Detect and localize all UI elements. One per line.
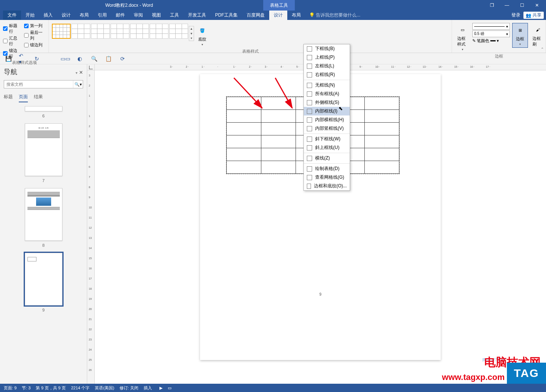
close-nav-icon[interactable]: ✕ [79, 70, 83, 75]
tab-home[interactable]: 开始 [21, 11, 39, 20]
close-button[interactable]: ✕ [530, 0, 544, 11]
border-menu-item[interactable]: 查看网格线(G) [304, 173, 350, 182]
tab-layout[interactable]: 布局 [75, 11, 93, 20]
search-icon[interactable]: 🔍▾ [73, 81, 83, 88]
document-title: Word教程2.docx - Word [105, 2, 153, 9]
opt-last-col[interactable]: 最后一列 [24, 30, 46, 41]
border-type-icon [307, 64, 312, 69]
border-type-icon [307, 109, 312, 114]
status-macro-icon[interactable]: ▶ [159, 386, 162, 390]
border-styles-button[interactable]: ▭ 边框样式▾ [455, 23, 470, 53]
border-menu-item[interactable]: 左框线(L) [304, 62, 350, 70]
thumb-number: 6 [4, 114, 83, 118]
status-insert[interactable]: 插入 [144, 385, 152, 391]
border-menu-item[interactable]: 右框线(R) [304, 70, 350, 79]
line-style-dropdown[interactable]: ▾ [472, 23, 510, 30]
page-thumb[interactable] [25, 106, 62, 111]
border-menu-item[interactable]: 上框线(P) [304, 53, 350, 62]
opt-banded-rows[interactable]: 镶边行 [3, 48, 20, 59]
context-tab-title: 表格工具 [263, 0, 295, 11]
search-input[interactable] [4, 81, 73, 88]
login-link[interactable]: 登录 [511, 12, 520, 18]
tab-references[interactable]: 引用 [93, 11, 111, 20]
line-weight-dropdown[interactable]: 0.5 磅▾ [472, 30, 510, 37]
touch-icon[interactable]: ◐ [76, 55, 83, 62]
border-menu-item[interactable]: 横线(Z) [304, 154, 350, 163]
borders-icon: ⊞ [515, 25, 525, 35]
bucket-icon: 🪣 [197, 25, 208, 36]
find-icon[interactable]: 🔍 [90, 55, 98, 62]
page-number: 9 [215, 292, 426, 296]
opt-banded-cols[interactable]: 镶边列 [24, 42, 46, 48]
gallery-scroll[interactable]: ▲▼▾ [189, 26, 194, 41]
page-thumb[interactable] [25, 253, 62, 305]
status-display-icon[interactable]: ▭ [168, 386, 171, 390]
border-styles-icon: ▭ [457, 24, 468, 35]
nav-tab-results[interactable]: 结果 [34, 94, 43, 102]
page-thumb[interactable]: 第七章 文档 [25, 123, 62, 176]
status-section[interactable]: 节: 3 [22, 385, 30, 391]
border-type-icon [307, 126, 312, 131]
shading-button[interactable]: 🪣 底纹▾ [195, 24, 210, 48]
context-tab-layout[interactable]: 布局 [287, 11, 305, 20]
page-thumb[interactable] [25, 188, 62, 241]
tell-me-search[interactable]: 💡 告诉我您想要做什么... [309, 12, 360, 18]
border-type-icon [307, 72, 312, 77]
tab-mailings[interactable]: 邮件 [111, 11, 129, 20]
border-menu-item[interactable]: 所有框线(A) [304, 90, 350, 98]
nav-tab-pages[interactable]: 页面 [19, 94, 28, 102]
maximize-button[interactable]: ☐ [515, 0, 529, 11]
thumb-number: 8 [4, 243, 83, 248]
collapse-ribbon-icon[interactable]: ⌃ [541, 47, 544, 51]
border-menu-item[interactable]: 下框线(B) [304, 44, 350, 53]
pen-color-dropdown[interactable]: ✎ 笔颜色 ▾ [472, 38, 510, 44]
tab-baidu[interactable]: 百度网盘 [242, 11, 269, 20]
tab-review[interactable]: 审阅 [129, 11, 147, 20]
border-type-icon [307, 117, 312, 123]
border-menu-item[interactable]: 斜下框线(W) [304, 135, 350, 143]
tab-view[interactable]: 视图 [147, 11, 165, 20]
opt-first-col[interactable]: 第一列 [24, 23, 46, 29]
ribbon-options-icon[interactable]: ❐ [485, 0, 499, 11]
attach-icon[interactable]: 📋 [105, 55, 112, 62]
ribbon: 标题行 汇总行 镶边行 第一列 最后一列 镶边列 表格样式选项 ▲▼▾ 🪣 底 [0, 20, 546, 53]
borders-dropdown-button[interactable]: ⊞ 边框▾ [512, 23, 528, 48]
tab-developer[interactable]: 开发工具 [184, 11, 211, 20]
ruler-corner[interactable]: ∟ [87, 64, 95, 70]
status-bar: 页面: 9 节: 3 第 9 页，共 9 页 2214 个字 英语(美国) 修订… [0, 384, 546, 392]
border-menu-item[interactable]: 边框和底纹(O)... [304, 182, 350, 190]
tab-file[interactable]: 文件 [3, 11, 21, 20]
border-menu-item[interactable]: 无框线(N) [304, 81, 350, 90]
share-button[interactable]: 👥 共享 [523, 12, 544, 19]
nav-tab-headings[interactable]: 标题 [4, 94, 13, 102]
opt-total-row[interactable]: 汇总行 [3, 35, 20, 47]
group-label-table-styles: 表格样式 [52, 49, 449, 54]
border-painter-button[interactable]: 🖌 边框刷 [530, 23, 545, 49]
minimize-button[interactable]: — [500, 0, 514, 11]
status-page-of[interactable]: 第 9 页，共 9 页 [36, 385, 65, 391]
tab-insert[interactable]: 插入 [39, 11, 57, 20]
tab-pdf[interactable]: PDF工具集 [211, 11, 242, 20]
group-label-borders: 边框 [455, 53, 543, 59]
vertical-ruler[interactable]: 3211234567891011121314151617181920212223… [87, 70, 95, 384]
rotate-icon[interactable]: ⟳ [119, 55, 126, 62]
tab-design[interactable]: 设计 [57, 11, 75, 20]
status-page[interactable]: 页面: 9 [4, 385, 17, 391]
nav-search-box[interactable]: 🔍▾ [4, 80, 83, 88]
status-lang[interactable]: 英语(美国) [95, 385, 114, 391]
table-style-gallery[interactable]: ▲▼▾ 🪣 底纹▾ [52, 21, 449, 48]
context-tab-design[interactable]: 设计 [269, 11, 287, 20]
border-menu-item[interactable]: 内部竖框线(V) [304, 124, 350, 133]
status-words[interactable]: 2214 个字 [71, 385, 90, 391]
border-type-icon [307, 166, 312, 172]
status-track[interactable]: 修订: 关闭 [120, 385, 138, 391]
tag-badge: TAG [507, 363, 546, 384]
tab-tools[interactable]: 工具 [165, 11, 184, 20]
border-menu-item[interactable]: 斜上框线(U) [304, 143, 350, 152]
nav-title: 导航 [4, 67, 17, 76]
border-menu-item[interactable]: 绘制表格(D) [304, 164, 350, 173]
border-menu-item[interactable]: 内部横框线(H) [304, 115, 350, 124]
border-type-icon [307, 145, 312, 150]
reading-icon[interactable]: ▭▭ [62, 55, 69, 62]
opt-header-row[interactable]: 标题行 [3, 23, 20, 34]
